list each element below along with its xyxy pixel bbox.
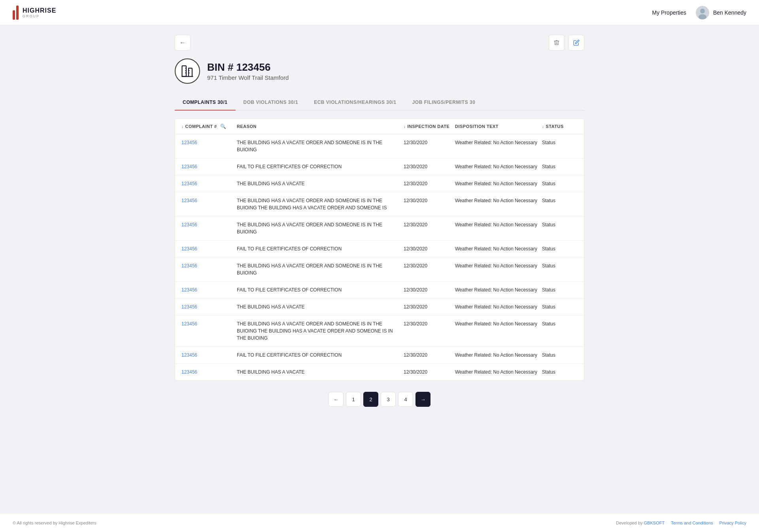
- pagination-prev[interactable]: ←: [329, 392, 344, 407]
- th-reason-label: REASON: [237, 124, 257, 129]
- logo-icon: [13, 6, 19, 20]
- cell-status: Status: [542, 368, 578, 376]
- tab-dob[interactable]: DOB VIOLATIONS 30/1: [236, 95, 306, 111]
- logo-text-area: HIGHRISE GROUP: [23, 7, 56, 18]
- terms-link[interactable]: Terms and Conditions: [671, 521, 713, 525]
- cell-date: 12/30/2020: [404, 320, 455, 327]
- table-row: 123456 THE BUILDING HAS A VACATE 12/30/2…: [175, 364, 584, 380]
- search-icon[interactable]: 🔍: [220, 124, 227, 129]
- th-disposition-label: DISPOSITION TEXT: [455, 124, 498, 129]
- cell-complaint: 123456: [181, 139, 237, 146]
- th-disposition: DISPOSITION TEXT: [455, 124, 542, 129]
- main-content: ← BIN # 123456 971 Timber Wolf Trail Sta…: [162, 25, 597, 438]
- edit-icon: [573, 39, 580, 46]
- sort-arrow-status: ↓: [542, 124, 544, 129]
- header-right: My Properties Ben Kennedy: [652, 6, 746, 19]
- cell-reason: THE BUILDING HAS A VACATE ORDER AND SOME…: [237, 320, 404, 342]
- pagination-page-3[interactable]: 3: [381, 392, 396, 407]
- logo-name: HIGHRISE: [23, 7, 56, 14]
- pagination: ←1234→: [175, 392, 584, 407]
- complaint-link[interactable]: 123456: [181, 164, 197, 169]
- complaint-link[interactable]: 123456: [181, 352, 197, 358]
- tab-ecb[interactable]: ECB VIOLATIONS/HEARINGS 30/1: [306, 95, 404, 111]
- tab-complaints[interactable]: COMPLAINTS 30/1: [175, 95, 236, 111]
- complaint-link[interactable]: 123456: [181, 140, 197, 145]
- cell-complaint: 123456: [181, 368, 237, 376]
- complaint-link[interactable]: 123456: [181, 287, 197, 293]
- th-complaint: ↓ COMPLAINT # 🔍: [181, 124, 237, 129]
- logo-bar-1: [13, 10, 15, 20]
- cell-reason: THE BUILDING HAS A VACATE: [237, 368, 404, 376]
- edit-button[interactable]: [568, 35, 584, 51]
- cell-date: 12/30/2020: [404, 197, 455, 204]
- back-button[interactable]: ←: [175, 35, 191, 51]
- pagination-next[interactable]: →: [415, 392, 430, 407]
- cell-date: 12/30/2020: [404, 163, 455, 170]
- footer-right: Developed by GBKSOFT Terms and Condition…: [616, 521, 746, 525]
- action-buttons: [549, 35, 584, 51]
- cell-status: Status: [542, 320, 578, 327]
- cell-disposition: Weather Related: No Action Necessary: [455, 320, 542, 327]
- cell-complaint: 123456: [181, 163, 237, 170]
- cell-complaint: 123456: [181, 262, 237, 269]
- table-row: 123456 FAIL TO FILE CERTIFICATES OF CORR…: [175, 158, 584, 175]
- delete-button[interactable]: [549, 35, 565, 51]
- cell-complaint: 123456: [181, 286, 237, 293]
- cell-date: 12/30/2020: [404, 303, 455, 310]
- complaint-link[interactable]: 123456: [181, 304, 197, 310]
- property-info: BIN # 123456 971 Timber Wolf Trail Stamf…: [207, 61, 289, 81]
- table-body: 123456 THE BUILDING HAS A VACATE ORDER A…: [175, 134, 584, 380]
- tab-filings[interactable]: JOB FILINGS/PERMITS 30: [404, 95, 483, 111]
- property-icon: [175, 58, 200, 84]
- cell-status: Status: [542, 163, 578, 170]
- cell-complaint: 123456: [181, 221, 237, 228]
- cell-complaint: 123456: [181, 352, 237, 359]
- cell-reason: THE BUILDING HAS A VACATE ORDER AND SOME…: [237, 262, 404, 276]
- pagination-page-1[interactable]: 1: [346, 392, 361, 407]
- cell-disposition: Weather Related: No Action Necessary: [455, 245, 542, 252]
- table-row: 123456 THE BUILDING HAS A VACATE ORDER A…: [175, 192, 584, 216]
- cell-disposition: Weather Related: No Action Necessary: [455, 221, 542, 228]
- complaint-link[interactable]: 123456: [181, 222, 197, 227]
- logo-sub: GROUP: [23, 14, 56, 18]
- user-area[interactable]: Ben Kennedy: [696, 6, 746, 19]
- cell-disposition: Weather Related: No Action Necessary: [455, 352, 542, 359]
- sort-arrow-date: ↓: [404, 124, 406, 129]
- pagination-page-2[interactable]: 2: [363, 392, 378, 407]
- my-properties-link[interactable]: My Properties: [652, 9, 686, 16]
- complaint-link[interactable]: 123456: [181, 321, 197, 327]
- logo-area: HIGHRISE GROUP: [13, 6, 56, 20]
- cell-disposition: Weather Related: No Action Necessary: [455, 163, 542, 170]
- gbksoft-link[interactable]: GBKSOFT: [644, 521, 665, 525]
- complaint-link[interactable]: 123456: [181, 369, 197, 375]
- cell-disposition: Weather Related: No Action Necessary: [455, 197, 542, 204]
- complaint-link[interactable]: 123456: [181, 181, 197, 186]
- cell-disposition: Weather Related: No Action Necessary: [455, 139, 542, 146]
- table-row: 123456 FAIL TO FILE CERTIFICATES OF CORR…: [175, 347, 584, 364]
- cell-complaint: 123456: [181, 303, 237, 310]
- developed-by-label: Developed by: [616, 521, 644, 525]
- table-row: 123456 FAIL TO FILE CERTIFICATES OF CORR…: [175, 282, 584, 299]
- privacy-link[interactable]: Privacy Policy: [719, 521, 746, 525]
- cell-reason: THE BUILDING HAS A VACATE ORDER AND SOME…: [237, 221, 404, 235]
- property-header: BIN # 123456 971 Timber Wolf Trail Stamf…: [175, 58, 584, 84]
- complaint-link[interactable]: 123456: [181, 246, 197, 252]
- complaint-link[interactable]: 123456: [181, 263, 197, 269]
- cell-date: 12/30/2020: [404, 180, 455, 187]
- table-row: 123456 THE BUILDING HAS A VACATE ORDER A…: [175, 216, 584, 241]
- table-row: 123456 THE BUILDING HAS A VACATE ORDER A…: [175, 316, 584, 347]
- avatar: [696, 6, 709, 19]
- developed-by-text: Developed by GBKSOFT: [616, 521, 665, 525]
- th-inspection-date: ↓ INSPECTION DATE: [404, 124, 455, 129]
- pagination-page-4[interactable]: 4: [398, 392, 413, 407]
- th-complaint-label: COMPLAINT #: [185, 124, 217, 129]
- complaint-link[interactable]: 123456: [181, 198, 197, 203]
- cell-reason: THE BUILDING HAS A VACATE: [237, 303, 404, 310]
- cell-reason: FAIL TO FILE CERTIFICATES OF CORRECTION: [237, 163, 404, 170]
- header: HIGHRISE GROUP My Properties Ben Kennedy: [0, 0, 759, 25]
- cell-status: Status: [542, 139, 578, 146]
- cell-complaint: 123456: [181, 320, 237, 327]
- th-date-label: INSPECTION DATE: [408, 124, 450, 129]
- cell-reason: THE BUILDING HAS A VACATE: [237, 180, 404, 187]
- cell-status: Status: [542, 286, 578, 293]
